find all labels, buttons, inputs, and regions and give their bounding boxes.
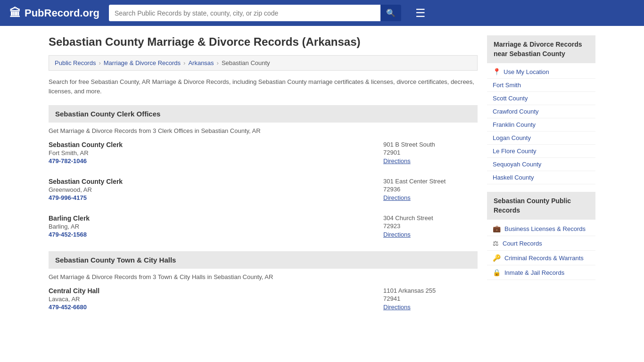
breadcrumb-current: Sebastian County <box>222 59 270 66</box>
clerk-office-1-right: 901 B Street South 72901 Directions <box>383 141 478 165</box>
cityhall-1-location: Lavaca, AR <box>49 296 99 303</box>
breadcrumb-marriage-divorce[interactable]: Marriage & Divorce Records <box>104 59 181 66</box>
breadcrumb-public-records[interactable]: Public Records <box>55 59 96 66</box>
inmate-icon: 🔒 <box>493 269 501 276</box>
public-records-title: Sebastian County Public Records <box>487 192 595 220</box>
search-bar: 🔍 <box>109 5 401 21</box>
nearby-item-crawford-county[interactable]: Crawford County <box>487 105 595 118</box>
main-wrapper: Sebastian County Marriage & Divorce Reco… <box>39 26 605 333</box>
header: 🏛 PubRecord.org 🔍 ☰ <box>0 0 644 26</box>
nearby-item-scott-county[interactable]: Scott County <box>487 92 595 105</box>
nearby-item-haskell-county[interactable]: Haskell County <box>487 171 595 184</box>
cityhall-1-address: 1101 Arkansas 255 <box>383 287 478 294</box>
cityhall-1-name: Central City Hall <box>49 287 99 295</box>
page-title: Sebastian County Marriage & Divorce Reco… <box>49 35 478 49</box>
clerk-office-1-directions[interactable]: Directions <box>383 157 411 165</box>
clerk-office-2-address: 301 East Center Street <box>383 178 478 185</box>
clerk-office-3-name: Barling Clerk <box>49 214 90 222</box>
public-records-business[interactable]: 💼 Business Licenses & Records <box>487 222 595 236</box>
cityhall-1-zip: 72941 <box>383 295 478 302</box>
clerk-office-1-address: 901 B Street South <box>383 141 478 148</box>
sidebar: Marriage & Divorce Records near Sebastia… <box>487 35 595 324</box>
clerk-office-3-directions[interactable]: Directions <box>383 231 411 238</box>
business-link[interactable]: Business Licenses & Records <box>504 225 586 232</box>
cityhall-1-right: 1101 Arkansas 255 72941 Directions <box>383 287 478 311</box>
search-button[interactable]: 🔍 <box>380 5 401 21</box>
criminal-link[interactable]: Criminal Records & Warrants <box>504 255 584 262</box>
court-link[interactable]: Court Records <box>503 240 542 247</box>
breadcrumb-arkansas[interactable]: Arkansas <box>188 59 214 66</box>
clerk-office-2-directions[interactable]: Directions <box>383 194 411 201</box>
nearby-section-title: Marriage & Divorce Records near Sebastia… <box>487 35 595 63</box>
criminal-icon: 🔑 <box>493 254 501 262</box>
content-area: Sebastian County Marriage & Divorce Reco… <box>49 35 478 324</box>
nearby-item-logan-county[interactable]: Logan County <box>487 132 595 145</box>
nearby-link-sequoyah-county[interactable]: Sequoyah County <box>493 161 541 168</box>
breadcrumb-sep-3: › <box>217 59 219 66</box>
clerk-office-3-location: Barling, AR <box>49 223 90 230</box>
inmate-link[interactable]: Inmate & Jail Records <box>504 269 564 276</box>
cityhall-1: Central City Hall Lavaca, AR 479-452-668… <box>49 287 478 313</box>
breadcrumb-sep-1: › <box>99 59 100 66</box>
clerk-office-1-phone: 479-782-1046 <box>49 157 123 165</box>
public-records-criminal[interactable]: 🔑 Criminal Records & Warrants <box>487 251 595 265</box>
nearby-item-le-flore-county[interactable]: Le Flore County <box>487 145 595 158</box>
nearby-list: 📍 Use My Location Fort Smith Scott Count… <box>487 65 595 184</box>
clerk-office-2-location: Greenwood, AR <box>49 186 123 193</box>
nearby-link-logan-county[interactable]: Logan County <box>493 134 531 141</box>
hamburger-menu[interactable]: ☰ <box>415 7 426 20</box>
clerk-office-2-right: 301 East Center Street 72936 Directions <box>383 178 478 201</box>
public-records-section: Sebastian County Public Records 💼 Busine… <box>487 192 595 280</box>
clerk-office-3-address: 304 Church Street <box>383 214 478 222</box>
use-location-item[interactable]: 📍 Use My Location <box>487 65 595 79</box>
clerk-office-1-zip: 72901 <box>383 149 478 156</box>
nearby-link-le-flore-county[interactable]: Le Flore County <box>493 148 537 155</box>
nearby-item-fort-smith[interactable]: Fort Smith <box>487 79 595 92</box>
clerk-office-1-left: Sebastian County Clerk Fort Smith, AR 47… <box>49 141 123 165</box>
location-icon: 📍 <box>493 68 501 75</box>
clerk-office-3-zip: 72923 <box>383 222 478 230</box>
nearby-link-fort-smith[interactable]: Fort Smith <box>493 82 521 89</box>
clerk-office-2: Sebastian County Clerk Greenwood, AR 479… <box>49 178 478 203</box>
clerk-office-3: Barling Clerk Barling, AR 479-452-1568 3… <box>49 214 478 240</box>
logo-icon: 🏛 <box>9 7 21 20</box>
clerk-office-2-left: Sebastian County Clerk Greenwood, AR 479… <box>49 178 123 201</box>
nearby-link-haskell-county[interactable]: Haskell County <box>493 174 534 181</box>
clerk-office-3-left: Barling Clerk Barling, AR 479-452-1568 <box>49 214 90 238</box>
cityhall-1-directions[interactable]: Directions <box>383 304 411 311</box>
cityhall-1-phone: 479-452-6680 <box>49 304 99 311</box>
page-description: Search for free Sebastian County, AR Mar… <box>49 77 478 96</box>
breadcrumb: Public Records › Marriage & Divorce Reco… <box>49 55 478 71</box>
clerk-office-2-zip: 72936 <box>383 186 478 193</box>
clerk-office-3-phone: 479-452-1568 <box>49 231 90 238</box>
clerk-section-desc: Get Marriage & Divorce Records from 3 Cl… <box>49 127 478 134</box>
nearby-link-crawford-county[interactable]: Crawford County <box>493 108 539 115</box>
logo-text: PubRecord.org <box>25 7 99 19</box>
cityhall-1-left: Central City Hall Lavaca, AR 479-452-668… <box>49 287 99 311</box>
clerk-office-3-right: 304 Church Street 72923 Directions <box>383 214 478 238</box>
search-input[interactable] <box>109 5 380 21</box>
clerk-office-1: Sebastian County Clerk Fort Smith, AR 47… <box>49 141 478 166</box>
breadcrumb-sep-2: › <box>183 59 185 66</box>
cityhall-section-header: Sebastian County Town & City Halls <box>49 251 478 269</box>
public-records-inmate[interactable]: 🔒 Inmate & Jail Records <box>487 265 595 280</box>
cityhall-section-desc: Get Marriage & Divorce Records from 3 To… <box>49 273 478 280</box>
clerk-section: Sebastian County Clerk Offices Get Marri… <box>49 105 478 240</box>
logo[interactable]: 🏛 PubRecord.org <box>9 7 99 20</box>
use-location-label: Use My Location <box>504 68 549 75</box>
clerk-section-header: Sebastian County Clerk Offices <box>49 105 478 123</box>
public-records-list: 💼 Business Licenses & Records ⚖ Court Re… <box>487 222 595 280</box>
clerk-office-1-location: Fort Smith, AR <box>49 149 123 156</box>
search-icon: 🔍 <box>386 9 396 17</box>
clerk-office-2-name: Sebastian County Clerk <box>49 178 123 185</box>
nearby-item-franklin-county[interactable]: Franklin County <box>487 118 595 132</box>
nearby-link-franklin-county[interactable]: Franklin County <box>493 121 536 128</box>
court-icon: ⚖ <box>493 239 499 247</box>
nearby-link-scott-county[interactable]: Scott County <box>493 95 528 102</box>
clerk-office-2-phone: 479-996-4175 <box>49 194 123 201</box>
nearby-item-sequoyah-county[interactable]: Sequoyah County <box>487 158 595 171</box>
cityhall-section: Sebastian County Town & City Halls Get M… <box>49 251 478 313</box>
public-records-court[interactable]: ⚖ Court Records <box>487 236 595 251</box>
clerk-office-1-name: Sebastian County Clerk <box>49 141 123 148</box>
business-icon: 💼 <box>493 225 501 232</box>
